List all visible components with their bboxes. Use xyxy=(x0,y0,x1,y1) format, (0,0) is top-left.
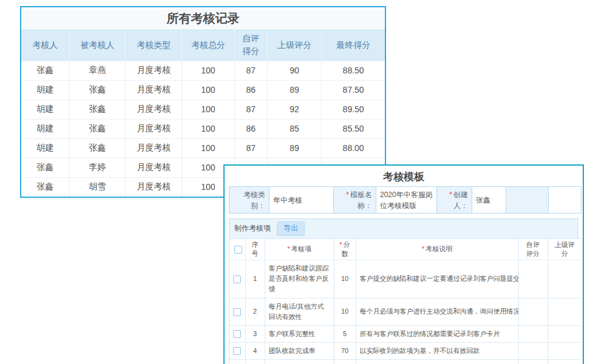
item-row: 5 工作态度、素质能力 5 积极主动沟通问题，对客户热情真诚 xyxy=(229,359,582,364)
record-row[interactable]: 胡建 张鑫 月度考核 100 87 92 89.50 xyxy=(21,99,385,119)
col-header-type: 考核类型 xyxy=(126,29,182,61)
col-header-assessee: 被考核人 xyxy=(69,29,126,61)
record-row[interactable]: 胡建 张鑫 月度考核 100 87 89 88.00 xyxy=(21,138,385,158)
item-name: 客户联系完整性 xyxy=(265,325,334,342)
item-seq: 5 xyxy=(245,359,265,364)
required-icon: * xyxy=(422,245,424,252)
item-score: 70 xyxy=(334,342,356,359)
required-icon: * xyxy=(346,190,349,199)
record-type: 月度考核 xyxy=(126,119,182,138)
record-self-score: 86 xyxy=(234,119,268,138)
item-checkbox[interactable] xyxy=(233,275,241,283)
record-assessor: 胡建 xyxy=(21,138,69,158)
record-superior-score: 90 xyxy=(268,61,322,80)
item-select-cell xyxy=(229,359,245,364)
record-assessee: 胡雪 xyxy=(69,177,126,197)
record-assessor: 胡建 xyxy=(21,80,69,99)
record-superior-score: 85 xyxy=(268,119,322,138)
record-type: 月度考核 xyxy=(126,158,182,177)
col-header-self-rating: 自评评分 xyxy=(518,238,548,260)
item-seq: 4 xyxy=(245,342,265,359)
item-row: 3 客户联系完整性 5 所有与客户联系过的情况都需要记录到客户卡片 xyxy=(229,325,582,342)
record-assessee: 章燕 xyxy=(69,61,126,80)
record-superior-score: 92 xyxy=(268,99,322,119)
item-checkbox[interactable] xyxy=(233,308,241,316)
record-self-score: 86 xyxy=(234,80,268,99)
record-row[interactable]: 胡建 张鑫 月度考核 100 86 85 85.50 xyxy=(21,119,385,138)
item-superior-rating-cell xyxy=(548,359,582,364)
item-self-rating-cell xyxy=(518,342,548,359)
item-name: 客户缺陷和建议跟踪是否及时和给客户反馈 xyxy=(265,260,334,298)
item-score: 10 xyxy=(334,260,356,298)
col-header-total: 考核总分 xyxy=(182,29,234,61)
record-type: 月度考核 xyxy=(126,80,182,99)
item-self-rating-cell xyxy=(518,325,548,342)
item-self-rating-cell xyxy=(518,260,548,298)
item-name: 团队收款完成率 xyxy=(265,342,334,359)
col-header-assessor: 考核人 xyxy=(21,29,69,61)
record-final-score: 88.00 xyxy=(322,138,385,158)
item-seq: 2 xyxy=(245,298,265,325)
item-select-cell xyxy=(229,260,245,298)
record-assessor: 张鑫 xyxy=(21,177,69,197)
record-self-score: 87 xyxy=(234,61,268,80)
select-all-checkbox[interactable] xyxy=(234,246,242,254)
col-header-final-score: 最终得分 xyxy=(322,29,385,61)
export-button[interactable]: 导出 xyxy=(277,221,305,236)
template-panel: 考核模板 考核类别： 年中考核 *模板名称： 2020年中客服岗位考核模版 *创… xyxy=(223,164,584,364)
record-final-score: 89.50 xyxy=(322,99,385,119)
record-assessee: 张鑫 xyxy=(69,99,126,119)
category-field[interactable]: 年中考核 xyxy=(270,187,334,214)
item-name: 工作态度、素质能力 xyxy=(265,359,334,364)
record-row[interactable]: 胡建 张鑫 月度考核 100 86 89 87.50 xyxy=(21,80,385,99)
items-toolbar: 制作考核项 导出 xyxy=(229,219,578,238)
item-row: 1 客户缺陷和建议跟踪是否及时和给客户反馈 10 客户提交的缺陷和建议一定要通过… xyxy=(229,260,582,298)
col-header-score: *分数 xyxy=(334,238,356,260)
creator-label: *创建人： xyxy=(437,187,472,214)
category-label: 考核类别： xyxy=(229,187,270,214)
item-seq: 1 xyxy=(245,260,265,298)
item-checkbox[interactable] xyxy=(233,347,241,355)
record-assessor: 张鑫 xyxy=(21,158,69,177)
item-desc: 每个月必须与客户进行主动交流和沟通，询问使用情况等 xyxy=(356,298,518,325)
record-assessee: 张鑫 xyxy=(69,119,126,138)
item-self-rating-cell xyxy=(518,359,548,364)
form-empty-value-cell xyxy=(549,187,582,214)
col-header-item: *考核项 xyxy=(265,238,334,260)
item-checkbox[interactable] xyxy=(233,330,241,338)
items-section: 制作考核项 导出 序号 *考核项 *分数 *考核说明 自评评分 上 xyxy=(229,218,578,364)
records-panel-title: 所有考核记录 xyxy=(21,7,385,29)
items-table: 序号 *考核项 *分数 *考核说明 自评评分 上级评分 1 客户缺陷和建议跟踪是… xyxy=(229,238,582,364)
record-type: 月度考核 xyxy=(126,138,182,158)
record-assessor: 张鑫 xyxy=(21,61,69,80)
record-type: 月度考核 xyxy=(126,99,182,119)
col-header-superior-score: 上级评分 xyxy=(268,29,322,61)
item-row: 4 团队收款完成率 70 以实际收到的款项为基，并不以有效回款 xyxy=(229,342,582,359)
record-assessor: 胡建 xyxy=(21,99,69,119)
items-toolbar-label: 制作考核项 xyxy=(234,223,271,234)
record-assessor: 胡建 xyxy=(21,119,69,138)
record-assessee: 李婷 xyxy=(69,158,126,177)
creator-field[interactable]: 张鑫 xyxy=(472,187,506,214)
required-icon: * xyxy=(339,241,342,248)
record-total: 100 xyxy=(182,99,234,119)
record-row[interactable]: 张鑫 章燕 月度考核 100 87 90 88.50 xyxy=(21,61,385,80)
template-panel-title: 考核模板 xyxy=(229,166,578,186)
template-name-label: *模板名称： xyxy=(334,187,376,214)
record-total: 100 xyxy=(182,119,234,138)
record-assessee: 张鑫 xyxy=(69,80,126,99)
record-final-score: 85.50 xyxy=(322,119,385,138)
template-name-field[interactable]: 2020年中客服岗位考核模版 xyxy=(376,187,437,214)
required-icon: * xyxy=(449,190,452,199)
item-superior-rating-cell xyxy=(548,325,582,342)
items-header-row: 序号 *考核项 *分数 *考核说明 自评评分 上级评分 xyxy=(229,238,582,260)
record-superior-score: 89 xyxy=(268,138,322,158)
record-self-score: 87 xyxy=(234,99,268,119)
item-desc: 以实际收到的款项为基，并不以有效回款 xyxy=(356,342,518,359)
item-desc: 积极主动沟通问题，对客户热情真诚 xyxy=(356,359,518,364)
col-header-superior-rating: 上级评分 xyxy=(548,238,582,260)
item-row: 2 每月电话/其他方式回访有效性 10 每个月必须与客户进行主动交流和沟通，询问… xyxy=(229,298,582,325)
record-type: 月度考核 xyxy=(126,177,182,197)
record-superior-score: 89 xyxy=(268,80,322,99)
select-all-cell xyxy=(229,238,245,260)
